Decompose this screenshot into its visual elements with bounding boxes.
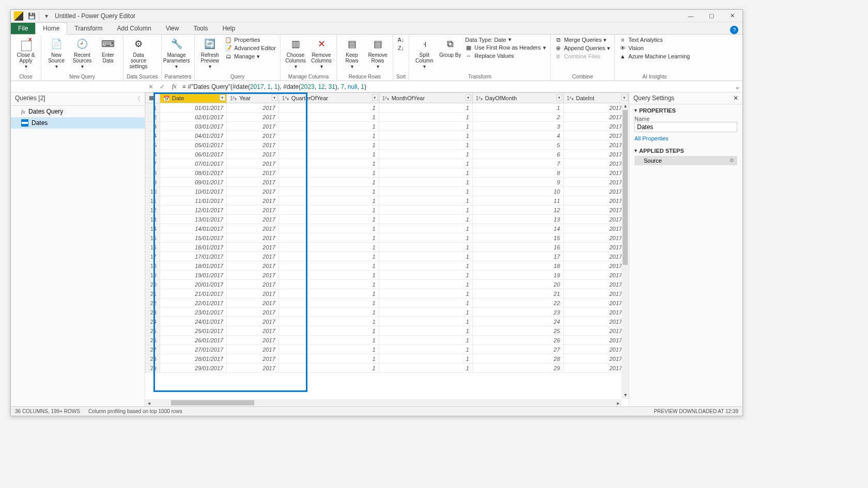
data-type-button[interactable]: Data Type: Date ▾ xyxy=(464,36,547,43)
vscroll-thumb[interactable] xyxy=(623,110,628,265)
filter-icon[interactable]: ▾ xyxy=(220,95,225,101)
split-column-button[interactable]: ⫞Split Column ▾ xyxy=(412,36,436,69)
query-item[interactable]: Dates Query xyxy=(11,106,145,117)
sort-asc-button[interactable]: A↓ xyxy=(396,36,406,44)
replace-values-button[interactable]: ↔Replace Values xyxy=(464,52,547,60)
applied-steps-title[interactable]: APPLIED STEPS xyxy=(634,148,737,154)
recent-sources-button[interactable]: 🕘Recent Sources ▾ xyxy=(70,36,94,69)
applied-step[interactable]: Source⚙ xyxy=(634,156,737,165)
maximize-button[interactable]: ▢ xyxy=(701,10,722,22)
table-row[interactable]: 2828/01/20172017112820170 xyxy=(146,354,629,364)
table-row[interactable]: 1818/01/20172017111820170 xyxy=(146,261,629,271)
table-row[interactable]: 1616/01/20172017111620170 xyxy=(146,243,629,252)
table-row[interactable]: 2929/01/20172017112920170 xyxy=(146,364,629,373)
table-row[interactable]: 2323/01/20172017112320170 xyxy=(146,308,629,317)
query-name-input[interactable] xyxy=(634,122,737,132)
table-row[interactable]: 606/01/2017201711620170 xyxy=(146,150,629,159)
table-row[interactable]: 202/01/2017201711220170 xyxy=(146,113,629,122)
table-row[interactable]: 1414/01/20172017111420170 xyxy=(146,224,629,233)
table-row[interactable]: 1010/01/20172017111020170 xyxy=(146,187,629,196)
table-row[interactable]: 1313/01/20172017111320170 xyxy=(146,215,629,224)
table-row[interactable]: 2525/01/20172017112520170 xyxy=(146,326,629,336)
table-row[interactable]: 707/01/2017201711720170 xyxy=(146,159,629,168)
manage-parameters-button[interactable]: 🔧Manage Parameters ▾ xyxy=(165,36,189,69)
table-row[interactable]: 2121/01/20172017112120170 xyxy=(146,289,629,298)
table-row[interactable]: 1515/01/20172017111520170 xyxy=(146,233,629,243)
sort-desc-button[interactable]: Z↓ xyxy=(396,44,406,52)
data-source-settings-button[interactable]: ⚙Data source settings xyxy=(127,36,150,69)
scroll-right-icon[interactable]: ▸ xyxy=(614,400,622,406)
table-row[interactable]: 101/01/2017201711120170 xyxy=(146,103,629,113)
filter-icon[interactable]: ▾ xyxy=(272,95,277,101)
hscroll-thumb[interactable] xyxy=(171,400,254,405)
collapse-queries-icon[interactable]: 〈 xyxy=(134,95,141,103)
merge-queries-button[interactable]: ⧉Merge Queries ▾ xyxy=(554,36,612,44)
properties-button[interactable]: 📋Properties xyxy=(224,36,277,44)
remove-columns-button[interactable]: ✕Remove Columns ▾ xyxy=(309,36,333,69)
tab-tools[interactable]: Tools xyxy=(186,23,215,34)
column-header-quarterofyear[interactable]: 1²₃ QuarterOfYear▾ xyxy=(278,93,379,103)
new-source-button[interactable]: 📄New Source ▾ xyxy=(44,36,68,69)
horizontal-scrollbar[interactable]: ◂ ▸ xyxy=(145,399,622,406)
tab-transform[interactable]: Transform xyxy=(67,23,110,34)
azure-ml-button[interactable]: ▲Azure Machine Learning xyxy=(618,52,691,60)
row-number-header[interactable]: ▦ xyxy=(146,93,160,103)
expand-formula-button[interactable]: ⌄ xyxy=(732,83,742,90)
keep-rows-button[interactable]: ▤Keep Rows ▾ xyxy=(340,36,364,69)
append-queries-button[interactable]: ⊕Append Queries ▾ xyxy=(554,44,612,52)
tab-help[interactable]: Help xyxy=(215,23,242,34)
text-analytics-button[interactable]: ≡Text Analytics xyxy=(618,36,691,44)
tab-add-column[interactable]: Add Column xyxy=(110,23,159,34)
column-header-date[interactable]: 📅 Date▾ xyxy=(160,93,227,103)
scroll-up-icon[interactable]: ▴ xyxy=(624,103,627,110)
column-header-dayofmonth[interactable]: 1²₃ DayOfMonth▾ xyxy=(472,93,563,103)
table-row[interactable]: 2222/01/20172017112220170 xyxy=(146,298,629,308)
table-row[interactable]: 1212/01/20172017111220170 xyxy=(146,206,629,215)
table-row[interactable]: 404/01/2017201711420170 xyxy=(146,131,629,140)
minimize-button[interactable]: — xyxy=(680,10,701,22)
table-row[interactable]: 808/01/2017201711820170 xyxy=(146,168,629,178)
scroll-down-icon[interactable]: ▾ xyxy=(624,392,627,399)
advanced-editor-button[interactable]: 📝Advanced Editor xyxy=(224,44,277,52)
close-button[interactable]: ✕ xyxy=(722,10,742,22)
filter-icon[interactable]: ▾ xyxy=(372,95,378,101)
help-icon[interactable]: ? xyxy=(730,26,738,34)
table-row[interactable]: 2020/01/20172017112020170 xyxy=(146,280,629,289)
cancel-formula-button[interactable]: ✕ xyxy=(145,83,157,90)
table-row[interactable]: 909/01/2017201711920170 xyxy=(146,178,629,187)
table-row[interactable]: 505/01/2017201711520170 xyxy=(146,140,629,150)
filter-icon[interactable]: ▾ xyxy=(622,95,627,101)
vision-button[interactable]: 👁Vision xyxy=(618,44,691,52)
table-row[interactable]: 2626/01/20172017112620170 xyxy=(146,336,629,345)
step-gear-icon[interactable]: ⚙ xyxy=(730,158,734,163)
table-row[interactable]: 2727/01/20172017112720170 xyxy=(146,345,629,354)
table-row[interactable]: 1717/01/20172017111720170 xyxy=(146,252,629,261)
query-item[interactable]: Dates xyxy=(11,117,145,129)
column-header-monthofyear[interactable]: 1²₃ MonthOfYear▾ xyxy=(379,93,472,103)
table-row[interactable]: 1111/01/20172017111120170 xyxy=(146,196,629,206)
table-row[interactable]: 2424/01/20172017112420170 xyxy=(146,317,629,326)
confirm-formula-button[interactable]: ✓ xyxy=(157,83,168,90)
formula-input[interactable]: = #"Dates Query"(#date(2017, 1, 1), #dat… xyxy=(180,83,732,90)
tab-file[interactable]: File xyxy=(11,23,35,34)
refresh-preview-button[interactable]: 🔄Refresh Preview ▾ xyxy=(198,36,222,69)
tab-home[interactable]: Home xyxy=(35,22,67,35)
column-header-year[interactable]: 1²₃ Year▾ xyxy=(227,93,279,103)
save-icon[interactable]: 💾 xyxy=(27,12,36,20)
manage-button[interactable]: 🗂Manage ▾ xyxy=(224,52,277,60)
table-row[interactable]: 303/01/2017201711320170 xyxy=(146,122,629,131)
close-and-apply-button[interactable]: Close & Apply ▾ xyxy=(14,36,38,69)
properties-section-title[interactable]: PROPERTIES xyxy=(634,107,737,114)
close-settings-icon[interactable]: ✕ xyxy=(733,95,738,102)
table-row[interactable]: 1919/01/20172017111920170 xyxy=(146,271,629,280)
first-row-headers-button[interactable]: ▦Use First Row as Headers ▾ xyxy=(464,43,547,52)
column-header-dateint[interactable]: 1²₃ DateInt▾ xyxy=(563,93,628,103)
qat-dropdown-icon[interactable]: ▾ xyxy=(42,12,51,20)
tab-view[interactable]: View xyxy=(159,23,187,34)
filter-icon[interactable]: ▾ xyxy=(556,95,562,101)
vertical-scrollbar[interactable]: ▴ ▾ xyxy=(622,103,629,399)
remove-rows-button[interactable]: ▤Remove Rows ▾ xyxy=(366,36,390,69)
scroll-left-icon[interactable]: ◂ xyxy=(145,400,152,406)
all-properties-link[interactable]: All Properties xyxy=(634,135,737,141)
filter-icon[interactable]: ▾ xyxy=(466,95,471,101)
